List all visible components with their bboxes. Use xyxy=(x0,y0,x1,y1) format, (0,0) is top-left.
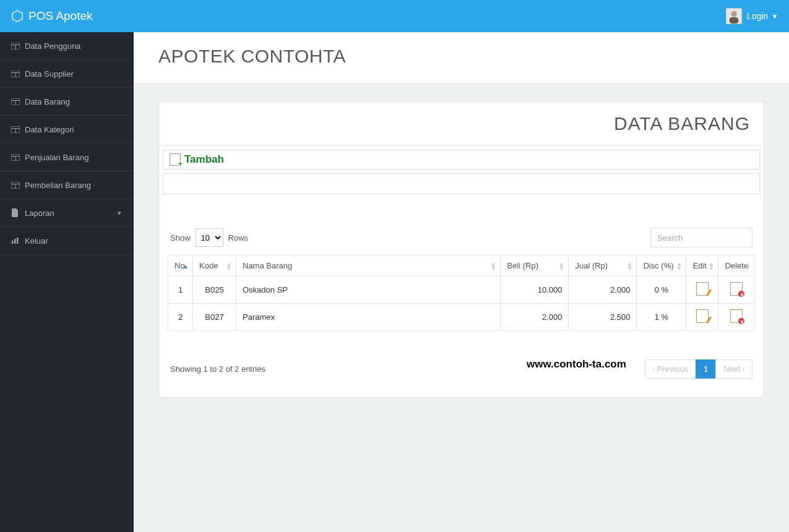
col-no[interactable]: No▲ xyxy=(168,255,193,277)
login-label: Login xyxy=(747,11,768,21)
sidebar-item-penjualan-barang[interactable]: Penjualan Barang xyxy=(0,144,134,171)
sidebar-item-label: Laporan xyxy=(25,208,54,218)
cell-nama: Oskadon SP xyxy=(236,277,501,304)
col-beli[interactable]: Beli (Rp)▲▼ xyxy=(501,255,569,277)
table-icon xyxy=(11,154,25,161)
topbar: POS Apotek Login ▼ xyxy=(0,0,789,32)
sidebar-item-label: Data Barang xyxy=(25,97,70,106)
sidebar-item-pembelian-barang[interactable]: Pembelian Barang xyxy=(0,171,134,199)
table-icon xyxy=(11,71,25,77)
file-icon xyxy=(11,208,25,217)
delete-icon[interactable] xyxy=(730,309,743,323)
sidebar-item-data-pengguna[interactable]: Data Pengguna xyxy=(0,32,134,60)
sidebar-item-label: Pembelian Barang xyxy=(25,181,91,190)
add-icon xyxy=(170,153,181,166)
rows-label: Rows xyxy=(228,233,249,242)
svg-point-1 xyxy=(731,11,736,17)
table-icon xyxy=(11,182,25,189)
login-dropdown[interactable]: Login ▼ xyxy=(726,8,778,24)
add-button[interactable]: Tambah xyxy=(163,150,760,169)
cell-disc: 1 % xyxy=(637,304,686,331)
card-title-bar: DATA BARANG xyxy=(159,102,764,146)
avatar-icon xyxy=(726,8,742,24)
search-box xyxy=(650,228,752,247)
card-title: DATA BARANG xyxy=(173,113,750,134)
table-info: Showing 1 to 2 of 2 entries xyxy=(170,364,265,374)
empty-toolbar xyxy=(163,173,760,194)
sidebar-item-label: Data Kategori xyxy=(25,125,74,134)
col-jual[interactable]: Jual (Rp)▲▼ xyxy=(569,255,637,277)
delete-icon[interactable] xyxy=(730,282,743,296)
rows-per-page: Show 10 Rows xyxy=(170,228,248,247)
sidebar-item-data-barang[interactable]: Data Barang xyxy=(0,88,134,116)
chart-icon xyxy=(11,237,25,244)
page-header: APOTEK CONTOHTA xyxy=(134,32,789,83)
sidebar-item-label: Data Supplier xyxy=(25,69,74,79)
sidebar-item-laporan[interactable]: Laporan ▼ xyxy=(0,199,134,227)
svg-rect-21 xyxy=(12,241,14,244)
cell-kode: B025 xyxy=(193,277,236,304)
sidebar-item-label: Keluar xyxy=(25,236,48,246)
chevron-down-icon: ▼ xyxy=(116,210,123,217)
sidebar-item-data-supplier[interactable]: Data Supplier xyxy=(0,60,134,88)
sidebar-item-keluar[interactable]: Keluar xyxy=(0,227,134,255)
hexagon-icon xyxy=(11,10,24,22)
prev-button[interactable]: ‹ Previous xyxy=(645,359,697,379)
show-label: Show xyxy=(170,233,191,242)
cell-beli: 2.000 xyxy=(501,304,569,331)
table-row: 2B027Paramex2.0002.5001 % xyxy=(168,304,755,331)
table-icon xyxy=(11,126,25,133)
sidebar: Data Pengguna Data Supplier Data Barang … xyxy=(0,32,134,532)
pagination: ‹ Previous 1 Next › xyxy=(645,359,752,379)
add-label: Tambah xyxy=(184,153,224,166)
col-disc[interactable]: Disc (%)▲▼ xyxy=(637,255,686,277)
next-button[interactable]: Next › xyxy=(715,359,752,379)
data-table: No▲ Kode▲▼ Nama Barang▲▼ Beli (Rp)▲▼ Jua… xyxy=(168,255,755,331)
cell-beli: 10.000 xyxy=(501,277,569,304)
sidebar-item-label: Data Pengguna xyxy=(25,41,80,51)
col-edit: Edit▲▼ xyxy=(686,255,718,277)
edit-icon[interactable] xyxy=(696,282,709,296)
cell-disc: 0 % xyxy=(637,277,686,304)
caret-down-icon: ▼ xyxy=(772,13,778,20)
cell-no: 1 xyxy=(168,277,193,304)
col-delete: Delete▲▼ xyxy=(718,255,755,277)
table-row: 1B025Oskadon SP10.0002.0000 % xyxy=(168,277,755,304)
watermark: www.contoh-ta.com xyxy=(527,358,626,371)
cell-nama: Paramex xyxy=(236,304,501,331)
svg-rect-22 xyxy=(14,239,16,244)
cell-jual: 2.500 xyxy=(569,304,637,331)
sidebar-item-label: Penjualan Barang xyxy=(25,153,88,162)
svg-marker-0 xyxy=(12,11,22,22)
page-title: APOTEK CONTOHTA xyxy=(158,46,764,67)
svg-rect-23 xyxy=(17,238,19,244)
search-input[interactable] xyxy=(650,228,752,247)
rows-select[interactable]: 10 xyxy=(196,228,223,247)
brand[interactable]: POS Apotek xyxy=(11,9,93,23)
sidebar-item-data-kategori[interactable]: Data Kategori xyxy=(0,116,134,144)
edit-icon[interactable] xyxy=(696,309,709,323)
cell-kode: B027 xyxy=(193,304,236,331)
svg-rect-2 xyxy=(729,17,738,24)
cell-no: 2 xyxy=(168,304,193,331)
col-nama[interactable]: Nama Barang▲▼ xyxy=(236,255,501,277)
table-icon xyxy=(11,98,25,105)
col-kode[interactable]: Kode▲▼ xyxy=(193,255,236,277)
card-data-barang: DATA BARANG Tambah Show 10 Rows xyxy=(158,101,764,398)
brand-text: POS Apotek xyxy=(28,9,93,23)
cell-jual: 2.000 xyxy=(569,277,637,304)
table-icon xyxy=(11,43,25,49)
page-1-button[interactable]: 1 xyxy=(696,359,716,379)
